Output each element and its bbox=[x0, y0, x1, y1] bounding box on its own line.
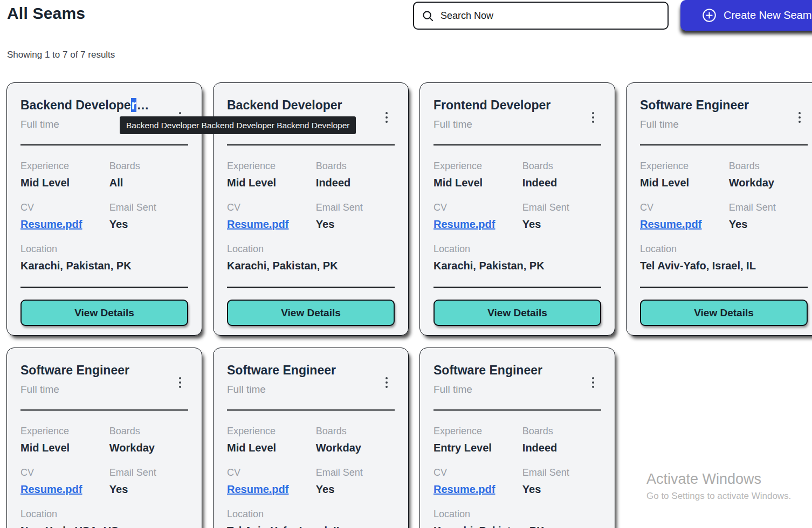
location-label: Location bbox=[227, 243, 395, 255]
card-menu-button[interactable] bbox=[590, 110, 596, 125]
experience-value: Mid Level bbox=[20, 176, 109, 190]
card-divider bbox=[640, 144, 808, 145]
cv-label: CV bbox=[20, 202, 109, 213]
location-value: Karachi, Pakistan, PK bbox=[227, 259, 395, 273]
card-title-text: Backend Developer bbox=[227, 98, 342, 112]
seam-card: Software Engineer Full time ExperienceEn… bbox=[419, 348, 615, 528]
card-divider bbox=[640, 287, 808, 288]
card-title-text: Software Engineer bbox=[20, 363, 129, 377]
search-input[interactable] bbox=[441, 10, 660, 22]
search-icon bbox=[422, 10, 434, 22]
location-label: Location bbox=[227, 508, 395, 520]
location-value: Karachi, Pakistan, PK bbox=[20, 259, 188, 273]
experience-label: Experience bbox=[433, 425, 522, 437]
boards-label: Boards bbox=[316, 160, 395, 172]
card-divider bbox=[433, 144, 601, 145]
card-subtitle: Full time bbox=[433, 383, 601, 396]
location-value: Tel Aviv-Yafo, Israel, IL bbox=[227, 524, 395, 528]
experience-label: Experience bbox=[227, 160, 316, 172]
location-label: Location bbox=[20, 508, 188, 520]
seam-card: Software Engineer Full time ExperienceMi… bbox=[626, 82, 812, 336]
card-title: Software Engineer bbox=[640, 97, 808, 113]
card-divider bbox=[227, 144, 395, 145]
create-new-seam-label: Create New Seam bbox=[724, 9, 811, 22]
email-sent-value: Yes bbox=[109, 482, 188, 496]
location-value: New York, USA, US bbox=[20, 524, 188, 528]
card-fields: ExperienceEntry Level BoardsIndeed CVRes… bbox=[433, 425, 601, 528]
card-title: Software Engineer bbox=[20, 362, 188, 378]
boards-value: Workday bbox=[316, 441, 395, 455]
email-sent-label: Email Sent bbox=[522, 202, 601, 213]
resume-link[interactable]: Resume.pdf bbox=[433, 482, 495, 496]
resume-link[interactable]: Resume.pdf bbox=[20, 482, 82, 496]
card-fields: ExperienceMid Level BoardsAll CVResume.p… bbox=[20, 160, 188, 284]
email-sent-label: Email Sent bbox=[109, 202, 188, 213]
resume-link[interactable]: Resume.pdf bbox=[227, 217, 288, 231]
cv-label: CV bbox=[20, 467, 109, 478]
view-details-button[interactable]: View Details bbox=[640, 300, 808, 326]
card-divider bbox=[20, 287, 188, 288]
email-sent-value: Yes bbox=[729, 217, 808, 231]
email-sent-label: Email Sent bbox=[316, 202, 395, 213]
card-subtitle: Full time bbox=[433, 118, 601, 131]
card-title: Software Engineer bbox=[227, 362, 395, 378]
all-seams-page: All Seams Showing 1 to 7 of 7 results Cr… bbox=[0, 0, 812, 528]
boards-label: Boards bbox=[522, 425, 601, 437]
seam-card: Frontend Developer Full time ExperienceM… bbox=[419, 82, 615, 336]
card-subtitle: Full time bbox=[227, 383, 395, 396]
view-details-button[interactable]: View Details bbox=[227, 300, 395, 326]
card-menu-button[interactable] bbox=[177, 375, 183, 390]
card-fields: ExperienceMid Level BoardsIndeed CVResum… bbox=[227, 160, 395, 284]
email-sent-value: Yes bbox=[316, 217, 395, 231]
card-fields: ExperienceMid Level BoardsWorkday CVResu… bbox=[640, 160, 808, 284]
card-subtitle: Full time bbox=[640, 118, 808, 131]
boards-value: All bbox=[109, 176, 188, 190]
email-sent-value: Yes bbox=[522, 482, 601, 496]
boards-value: Workday bbox=[109, 441, 188, 455]
location-value: Tel Aviv-Yafo, Israel, IL bbox=[640, 259, 808, 273]
cv-label: CV bbox=[227, 202, 316, 213]
email-sent-value: Yes bbox=[109, 217, 188, 231]
title-tooltip: Backend Developer Backend Developer Back… bbox=[120, 116, 356, 134]
seam-card: Software Engineer Full time ExperienceMi… bbox=[213, 348, 409, 528]
experience-value: Entry Level bbox=[433, 441, 522, 455]
location-label: Location bbox=[640, 243, 808, 255]
card-title-selected-text: r bbox=[131, 98, 137, 112]
resume-link[interactable]: Resume.pdf bbox=[433, 217, 495, 231]
boards-label: Boards bbox=[522, 160, 601, 172]
location-value: Karachi, Pakistan, PK bbox=[433, 524, 601, 528]
boards-value: Indeed bbox=[316, 176, 395, 190]
card-menu-button[interactable] bbox=[383, 110, 390, 125]
cv-label: CV bbox=[433, 467, 522, 478]
plus-circle-icon bbox=[702, 8, 717, 23]
create-new-seam-button[interactable]: Create New Seam bbox=[680, 0, 812, 31]
boards-label: Boards bbox=[729, 160, 808, 172]
card-title: Backend Developer… bbox=[20, 97, 188, 113]
experience-label: Experience bbox=[640, 160, 729, 172]
experience-label: Experience bbox=[20, 425, 109, 437]
resume-link[interactable]: Resume.pdf bbox=[20, 217, 82, 231]
boards-value: Indeed bbox=[522, 441, 601, 455]
cv-label: CV bbox=[433, 202, 522, 213]
card-menu-button[interactable] bbox=[590, 375, 596, 390]
boards-label: Boards bbox=[109, 160, 188, 172]
view-details-button[interactable]: View Details bbox=[20, 300, 188, 326]
card-title: Software Engineer bbox=[433, 362, 601, 378]
resume-link[interactable]: Resume.pdf bbox=[227, 482, 288, 496]
card-menu-button[interactable] bbox=[796, 110, 803, 125]
experience-label: Experience bbox=[433, 160, 522, 172]
resume-link[interactable]: Resume.pdf bbox=[640, 217, 701, 231]
experience-label: Experience bbox=[227, 425, 316, 437]
location-label: Location bbox=[433, 508, 601, 520]
card-fields: ExperienceMid Level BoardsWorkday CVResu… bbox=[20, 425, 188, 528]
card-divider bbox=[433, 287, 601, 288]
card-title: Backend Developer bbox=[227, 97, 395, 113]
boards-label: Boards bbox=[109, 425, 188, 437]
card-menu-button[interactable] bbox=[383, 375, 390, 390]
experience-label: Experience bbox=[20, 160, 109, 172]
location-value: Karachi, Pakistan, PK bbox=[433, 259, 601, 273]
view-details-button[interactable]: View Details bbox=[433, 300, 601, 326]
experience-value: Mid Level bbox=[227, 441, 316, 455]
card-fields: ExperienceMid Level BoardsIndeed CVResum… bbox=[433, 160, 601, 284]
seam-cards-grid: Backend Developer… Full time ExperienceM… bbox=[6, 82, 812, 528]
